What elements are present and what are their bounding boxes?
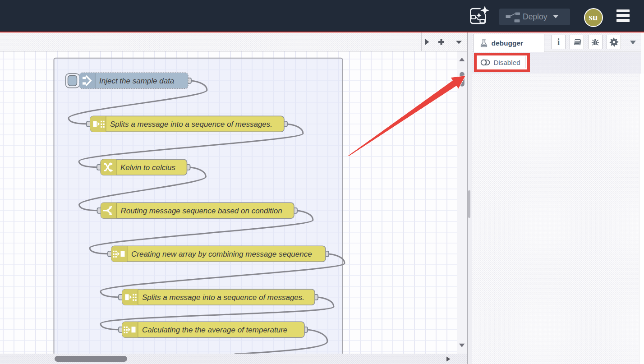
svg-text:Inject the sample data: Inject the sample data [99, 77, 174, 85]
svg-text:Splits a message into a sequen: Splits a message into a sequence of mess… [142, 293, 304, 302]
svg-text:Calculating the the average of: Calculating the the average of temperatu… [142, 326, 287, 334]
svg-text:Routing message sequence based: Routing message sequence based on condit… [121, 207, 282, 215]
svg-text:Creating new array by combinin: Creating new array by combining message … [131, 250, 312, 258]
svg-text:Splits a message into a sequen: Splits a message into a sequence of mess… [110, 120, 272, 129]
svg-text:Kelvin to celcius: Kelvin to celcius [120, 163, 175, 172]
